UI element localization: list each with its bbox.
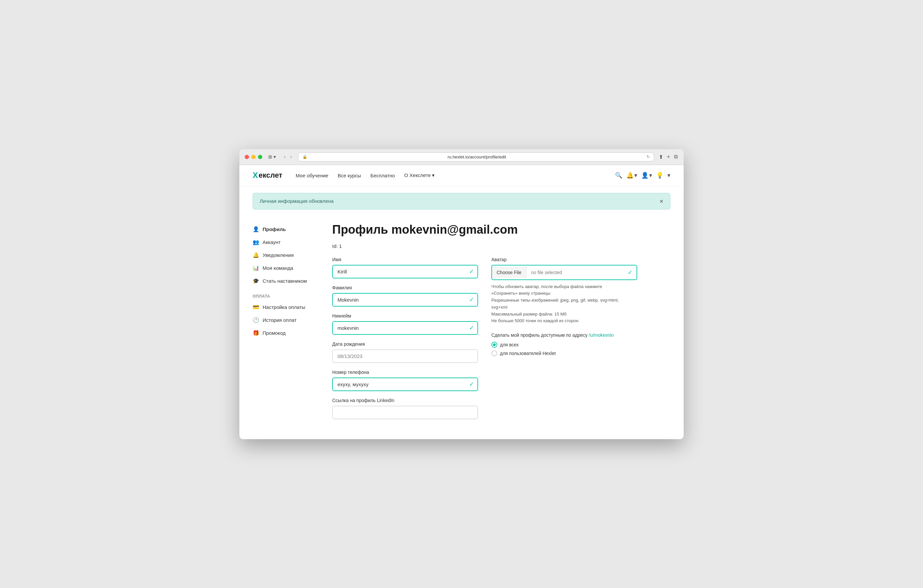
maximize-button[interactable] <box>258 155 262 159</box>
browser-actions: ⬆ + ⧉ <box>658 153 678 161</box>
radio-all-label: для всех <box>500 342 519 347</box>
linkedin-label: Ссылка на профиль LinkedIn <box>332 398 478 403</box>
sidebar-item-profile[interactable]: 👤 Профиль <box>253 223 319 236</box>
sidebar-item-payment-settings[interactable]: 💳 Настройка оплаты <box>253 301 319 314</box>
windows-button[interactable]: ⧉ <box>673 153 678 161</box>
phone-input[interactable] <box>332 378 478 391</box>
avatar-label: Аватар <box>491 257 637 262</box>
form-columns: Имя ✓ Фамилия ✓ <box>332 257 670 426</box>
name-label: Имя <box>332 257 478 262</box>
user-menu-button[interactable]: 👤 ▾ <box>641 172 652 179</box>
sidebar-label-mentor: Стать наставником <box>263 278 307 284</box>
sidebar-label-team: Моя команда <box>263 265 293 271</box>
sidebar-item-payment-history[interactable]: 🕐 История оплат <box>253 314 319 327</box>
birthdate-group: Дата рождения <box>332 342 478 363</box>
nav-my-learning[interactable]: Мое обучение <box>296 172 328 178</box>
sidebar-item-notifications[interactable]: 🔔 Уведомления <box>253 249 319 261</box>
main-layout: 👤 Профиль 👥 Аккаунт 🔔 Уведомления 📊 Моя … <box>239 216 684 439</box>
name-check-icon: ✓ <box>469 268 474 275</box>
promo-icon: 🎁 <box>253 330 259 336</box>
profile-link-text: Сделать мой профиль доступным по адресу … <box>491 332 637 338</box>
radio-hexlet-label: для пользователей Hexlet <box>500 351 556 356</box>
user-id: Id: 1 <box>332 243 670 249</box>
sidebar-item-account[interactable]: 👥 Аккаунт <box>253 236 319 249</box>
phone-check-icon: ✓ <box>469 381 474 388</box>
share-button[interactable]: ⬆ <box>658 153 664 161</box>
form-left: Имя ✓ Фамилия ✓ <box>332 257 478 426</box>
nav-all-courses[interactable]: Все курсы <box>338 172 361 178</box>
lastname-input[interactable] <box>332 293 478 307</box>
traffic-lights <box>245 155 262 159</box>
address-bar-area: 🔒 ru.hexlet.io/account/profile/edit ↻ <box>298 153 654 161</box>
forward-button[interactable]: › <box>288 153 294 161</box>
logo[interactable]: Хекслет <box>253 171 282 180</box>
notifications-icon: 🔔 <box>253 252 259 258</box>
close-button[interactable] <box>245 155 249 159</box>
sidebar-label-profile: Профиль <box>263 227 286 232</box>
logo-x: Х <box>253 171 258 180</box>
sidebar-label-account: Аккаунт <box>263 239 281 245</box>
lightbulb-button[interactable]: 💡 <box>656 172 664 179</box>
site-header: Хекслет Мое обучение Все курсы Бесплатно… <box>239 165 684 186</box>
radio-hexlet[interactable] <box>491 350 497 356</box>
radio-all[interactable] <box>491 342 497 348</box>
hint-line4: svg+xml <box>491 305 507 310</box>
avatar-hint: Чтобы обновить аватар, после выбора файл… <box>491 283 637 325</box>
sidebar-label-payment-settings: Настройка оплаты <box>263 304 305 310</box>
nickname-check-icon: ✓ <box>469 324 474 332</box>
sidebar-item-promo[interactable]: 🎁 Промокод <box>253 327 319 339</box>
team-icon: 📊 <box>253 265 259 271</box>
sidebar-item-team[interactable]: 📊 Моя команда <box>253 261 319 274</box>
site-content: Хекслет Мое обучение Все курсы Бесплатно… <box>239 165 684 439</box>
minimize-button[interactable] <box>251 155 256 159</box>
name-group: Имя ✓ <box>332 257 478 278</box>
sidebar-label-notifications: Уведомления <box>263 252 294 258</box>
birthdate-input[interactable] <box>332 349 478 363</box>
search-button[interactable]: 🔍 <box>615 172 622 179</box>
nickname-input[interactable] <box>332 321 478 335</box>
sidebar-item-mentor[interactable]: 🎓 Стать наставником <box>253 274 319 287</box>
linkedin-input-wrapper <box>332 406 478 419</box>
hint-line3: Разрешенные типы изображений: jpeg, png,… <box>491 298 619 302</box>
back-button[interactable]: ‹ <box>282 153 287 161</box>
form-right: Аватар Choose File no file selected ✓ Чт… <box>491 257 637 426</box>
file-check-icon: ✓ <box>624 266 637 279</box>
browser-chrome: ⊞ ▾ ‹ › 🔒 ru.hexlet.io/account/profile/e… <box>239 149 684 165</box>
notifications-button[interactable]: 🔔 ▾ <box>626 172 637 179</box>
new-tab-button[interactable]: + <box>667 153 671 161</box>
nav-free[interactable]: Бесплатно <box>370 172 395 178</box>
notification-banner: Личная информация обновлена × <box>253 193 670 209</box>
linkedin-input[interactable] <box>332 406 478 419</box>
nickname-input-wrapper: ✓ <box>332 321 478 335</box>
profile-visibility: Сделать мой профиль доступным по адресу … <box>491 332 637 356</box>
visibility-prefix: Сделать мой профиль доступным по адресу <box>491 332 589 338</box>
hint-line2: «Сохранить» внизу страницы <box>491 291 550 296</box>
lastname-group: Фамилия ✓ <box>332 285 478 307</box>
sidebar: 👤 Профиль 👥 Аккаунт 🔔 Уведомления 📊 Моя … <box>253 216 319 426</box>
notification-close-button[interactable]: × <box>659 198 664 205</box>
nickname-group: Никнейм ✓ <box>332 313 478 335</box>
profile-link[interactable]: /u/mokevnin <box>589 332 614 338</box>
name-input[interactable] <box>332 265 478 278</box>
page-title: Профиль mokevnin@gmail.com <box>332 223 670 237</box>
lastname-label: Фамилия <box>332 285 478 290</box>
radio-option-all[interactable]: для всех <box>491 342 637 348</box>
more-button[interactable]: ▾ <box>667 172 670 179</box>
phone-group: Номер телефона ✓ <box>332 370 478 391</box>
lastname-input-wrapper: ✓ <box>332 293 478 307</box>
choose-file-button[interactable]: Choose File <box>492 266 527 278</box>
address-bar[interactable]: 🔒 ru.hexlet.io/account/profile/edit ↻ <box>298 153 654 161</box>
hint-line5: Максимальный размер файла: 15 Мб <box>491 312 567 317</box>
mentor-icon: 🎓 <box>253 278 259 284</box>
sidebar-toggle-button[interactable]: ⊞ ▾ <box>266 153 278 160</box>
lock-icon: 🔒 <box>302 154 307 159</box>
notification-text: Личная информация обновлена <box>259 198 333 204</box>
nav-about[interactable]: О Хекслете ▾ <box>404 172 435 178</box>
header-actions: 🔍 🔔 ▾ 👤 ▾ 💡 ▾ <box>615 172 670 179</box>
refresh-icon: ↻ <box>647 154 650 159</box>
radio-option-hexlet[interactable]: для пользователей Hexlet <box>491 350 637 356</box>
name-input-wrapper: ✓ <box>332 265 478 278</box>
birthdate-input-wrapper <box>332 349 478 363</box>
browser-window: ⊞ ▾ ‹ › 🔒 ru.hexlet.io/account/profile/e… <box>239 149 684 439</box>
linkedin-group: Ссылка на профиль LinkedIn <box>332 398 478 419</box>
